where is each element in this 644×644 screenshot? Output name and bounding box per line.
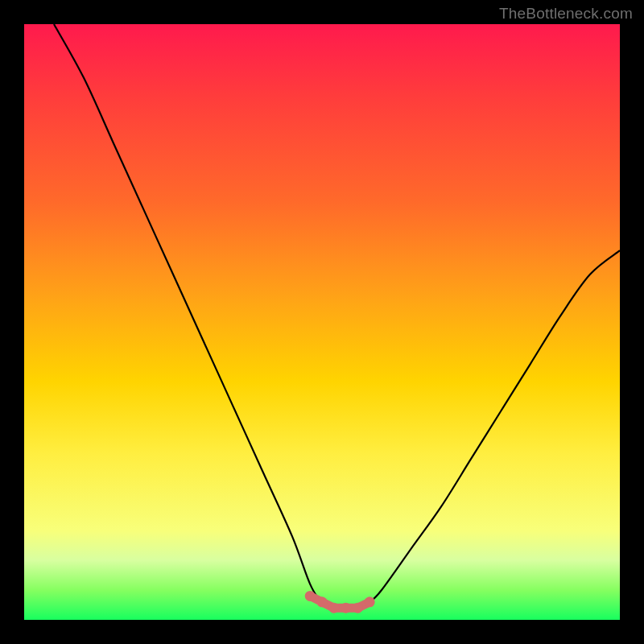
chart-frame: TheBottleneck.com: [0, 0, 644, 644]
minimum-marker-dot: [305, 591, 316, 601]
plot-area: [24, 24, 620, 620]
minimum-marker-dot: [353, 603, 363, 613]
watermark-text: TheBottleneck.com: [499, 5, 633, 23]
minimum-marker-dot: [328, 603, 339, 613]
minimum-markers: [305, 591, 375, 613]
bottleneck-curve-line: [54, 24, 620, 609]
minimum-marker-dot: [317, 597, 328, 607]
curve-svg: [24, 24, 620, 620]
minimum-marker-dot: [365, 597, 375, 607]
minimum-marker-dot: [341, 603, 351, 613]
